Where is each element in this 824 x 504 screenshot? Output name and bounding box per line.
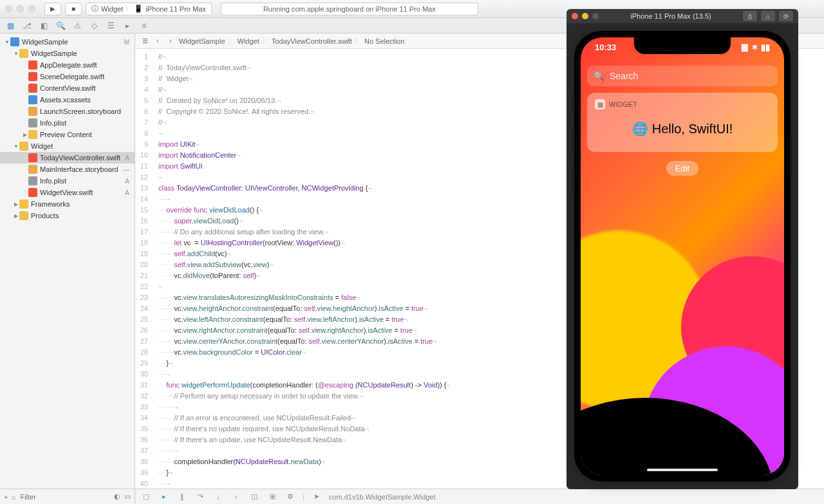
- symbol-navigator-icon[interactable]: ◧: [39, 21, 49, 31]
- code-line[interactable]: ········// If there's an update, use NCU…: [158, 434, 451, 445]
- disclosure-icon[interactable]: ▶: [13, 213, 19, 219]
- step-into-icon[interactable]: ↓: [212, 493, 224, 501]
- code-line[interactable]: ········// If there's no update required…: [158, 424, 451, 434]
- edit-widgets-button[interactable]: Edit: [666, 161, 698, 176]
- volume-up-button[interactable]: [573, 127, 575, 157]
- jump-segment[interactable]: No Selection: [364, 37, 404, 45]
- tree-row[interactable]: AppDelegate.swift: [0, 59, 135, 71]
- code-line[interactable]: import SwiftUI¬: [158, 161, 451, 172]
- tree-row[interactable]: LaunchScreen.storyboard: [0, 106, 135, 117]
- code-line[interactable]: //¬: [158, 117, 451, 128]
- breakpoints-icon[interactable]: ▸: [158, 492, 170, 501]
- scm-filter-icon[interactable]: ▭: [124, 492, 131, 501]
- home-indicator[interactable]: [647, 469, 718, 471]
- code-line[interactable]: ········completionHandler(NCUpdateResult…: [158, 456, 451, 467]
- tree-row[interactable]: Info.plist: [0, 117, 135, 129]
- code-line[interactable]: import UIKit¬: [158, 139, 451, 150]
- tree-row[interactable]: ▼Widget: [0, 140, 135, 152]
- recent-icon[interactable]: ◐: [114, 492, 120, 501]
- disclosure-icon[interactable]: ▼: [13, 51, 19, 57]
- code-line[interactable]: ····func widgetPerformUpdate(completionH…: [158, 380, 451, 391]
- code-line[interactable]: ····¬: [158, 369, 451, 380]
- step-over-icon[interactable]: ↷: [194, 492, 206, 501]
- disclosure-icon[interactable]: ▼: [13, 144, 19, 149]
- code-line[interactable]: ····}¬: [158, 358, 451, 369]
- mute-switch[interactable]: [573, 95, 575, 112]
- sim-minimize-dot[interactable]: [582, 13, 588, 19]
- volume-down-button[interactable]: [573, 166, 575, 196]
- disclosure-icon[interactable]: ▶: [22, 132, 28, 138]
- report-navigator-icon[interactable]: ≡: [139, 21, 149, 31]
- code-line[interactable]: ········// Do any additional setup after…: [158, 227, 451, 238]
- home-icon[interactable]: ⌂: [761, 11, 775, 21]
- stop-button[interactable]: ■: [65, 3, 82, 15]
- code-line[interactable]: ········vc.view.heightAnchor.constraint(…: [158, 303, 451, 314]
- tree-row[interactable]: ▶Frameworks: [0, 198, 135, 210]
- tree-row[interactable]: ▶Preview Content: [0, 129, 135, 140]
- code-line[interactable]: ········// If an error is encountered, u…: [158, 413, 451, 424]
- jump-segment[interactable]: Widget: [238, 37, 259, 45]
- step-out-icon[interactable]: ↑: [230, 493, 242, 501]
- tree-row[interactable]: ▼WidgetSampleM: [0, 36, 135, 48]
- find-navigator-icon[interactable]: 🔍: [55, 21, 66, 31]
- code-line[interactable]: ········self.addChild(vc)¬: [158, 248, 451, 259]
- forward-icon[interactable]: ›: [166, 37, 175, 46]
- project-navigator-icon[interactable]: ▦: [5, 21, 15, 31]
- code-line[interactable]: import NotificationCenter¬: [158, 150, 451, 161]
- add-icon[interactable]: +: [4, 493, 8, 501]
- screenshot-icon[interactable]: ⎙: [743, 11, 757, 21]
- simulator-titlebar[interactable]: iPhone 11 Pro Max (13.5) ⎙ ⌂ ⟳: [566, 9, 798, 23]
- zoom-window-dot[interactable]: [28, 5, 35, 12]
- sim-zoom-dot[interactable]: [592, 13, 599, 19]
- related-items-icon[interactable]: ☰: [140, 37, 149, 46]
- code-line[interactable]: ········¬: [158, 402, 451, 413]
- test-navigator-icon[interactable]: ◇: [89, 21, 99, 31]
- code-line[interactable]: ¬: [158, 281, 451, 292]
- tree-row[interactable]: MainInterface.storyboard—: [0, 163, 135, 175]
- continue-icon[interactable]: ‖: [176, 492, 188, 501]
- jump-path[interactable]: WidgetSample〉Widget〉TodayViewController.…: [179, 36, 404, 46]
- run-button[interactable]: ▶: [44, 3, 61, 15]
- tree-row[interactable]: Info.plistA: [0, 175, 135, 187]
- code-line[interactable]: // Copyright © 2020 SoNice!. All rights …: [158, 106, 451, 117]
- minimize-window-dot[interactable]: [17, 5, 24, 12]
- tree-row[interactable]: TodayViewController.swiftA: [0, 152, 135, 163]
- code-line[interactable]: //¬: [158, 51, 451, 62]
- issue-navigator-icon[interactable]: ⚠: [72, 21, 82, 31]
- widget-card[interactable]: ▦ WIDGET 🌐 Hello, SwiftUI!: [587, 93, 778, 152]
- source-control-navigator-icon[interactable]: ⎇: [22, 21, 32, 31]
- code-line[interactable]: // Created by SoNice! on 2020/06/13.¬: [158, 95, 451, 106]
- code-line[interactable]: ········vc.didMove(toParent: self)¬: [158, 270, 451, 281]
- code-line[interactable]: ········self.view.addSubview(vc.view)¬: [158, 259, 451, 270]
- tree-row[interactable]: ▶Products: [0, 210, 135, 221]
- spotlight-search[interactable]: 🔍 Search: [587, 66, 778, 86]
- code-line[interactable]: ····¬: [158, 194, 451, 205]
- scheme-selector[interactable]: ⓘ Widget 〉 📱 iPhone 11 Pro Max: [86, 3, 212, 15]
- code-line[interactable]: ¬: [158, 128, 451, 139]
- file-tree[interactable]: ▼WidgetSampleM▼WidgetSampleAppDelegate.s…: [0, 33, 135, 489]
- code-line[interactable]: ····}¬: [158, 467, 451, 478]
- code-line[interactable]: ········super.viewDidLoad()¬: [158, 216, 451, 227]
- code-line[interactable]: ········let vc = UIHostingController(roo…: [158, 238, 451, 248]
- code-line[interactable]: ········vc.view.rightAnchor.constraint(e…: [158, 325, 451, 336]
- code-line[interactable]: // TodayViewController.swift¬: [158, 62, 451, 73]
- code-line[interactable]: ····¬: [158, 478, 451, 489]
- code-line[interactable]: ········// Perform any setup necessary i…: [158, 391, 451, 402]
- filter-input[interactable]: [20, 493, 110, 501]
- location-icon[interactable]: ➤: [311, 492, 323, 501]
- code-line[interactable]: ········¬: [158, 445, 451, 456]
- code-line[interactable]: ········vc.view.centerYAnchor.constraint…: [158, 336, 451, 347]
- tree-row[interactable]: Assets.xcassets: [0, 94, 135, 106]
- rotate-icon[interactable]: ⟳: [779, 11, 793, 21]
- code-line[interactable]: //¬: [158, 84, 451, 95]
- code-line[interactable]: class TodayViewController: UIViewControl…: [158, 183, 451, 194]
- code-area[interactable]: //¬// TodayViewController.swift¬// Widge…: [153, 49, 456, 489]
- tree-row[interactable]: ContentView.swift: [0, 82, 135, 94]
- memory-graph-icon[interactable]: ⊞: [267, 492, 278, 501]
- code-line[interactable]: ····override func viewDidLoad() {¬: [158, 205, 451, 216]
- environment-icon[interactable]: ⚙: [285, 492, 296, 501]
- jump-segment[interactable]: TodayViewController.swift: [272, 37, 352, 45]
- debug-navigator-icon[interactable]: ☰: [106, 21, 116, 31]
- code-line[interactable]: // Widget¬: [158, 73, 451, 84]
- device-screen[interactable]: 10:33 ䷀ ✶ ▮▮ 🔍 Search ▦ W: [581, 37, 784, 475]
